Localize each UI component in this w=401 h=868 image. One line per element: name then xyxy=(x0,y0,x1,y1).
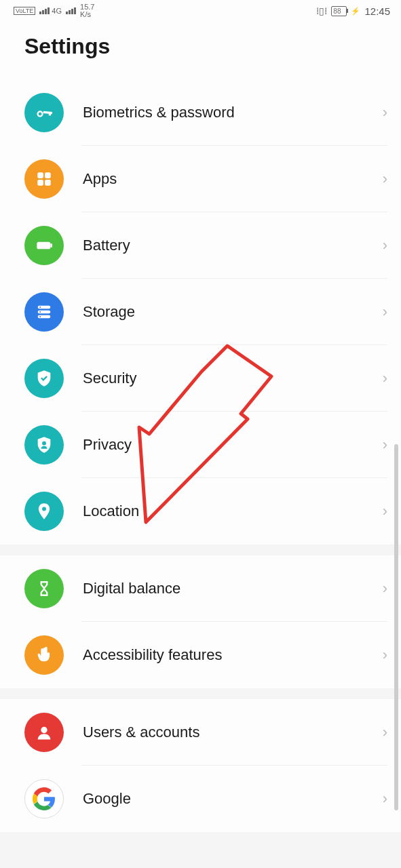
status-bar: VoLTE 4G 15.7 K/s ⁞▯⁞ 88 ⚡ 12:45 xyxy=(0,0,401,22)
item-label: Biometrics & password xyxy=(83,104,383,121)
settings-item-privacy[interactable]: Privacy › xyxy=(0,412,401,478)
svg-point-14 xyxy=(41,727,47,733)
chevron-right-icon: › xyxy=(383,303,387,321)
settings-section-2: Digital balance › Accessibility features… xyxy=(0,555,401,688)
apps-icon xyxy=(24,159,64,199)
settings-item-biometrics[interactable]: Biometrics & password › xyxy=(0,79,401,146)
key-icon xyxy=(24,93,64,132)
settings-item-location[interactable]: Location › xyxy=(0,478,401,545)
volte-icon: VoLTE xyxy=(14,7,35,15)
hourglass-icon xyxy=(24,569,64,608)
svg-rect-3 xyxy=(45,180,51,186)
settings-item-users[interactable]: Users & accounts › xyxy=(0,699,401,766)
settings-section-1: Biometrics & password › Apps › Battery ›… xyxy=(0,79,401,545)
battery-item-icon xyxy=(24,226,64,265)
battery-icon: 88 xyxy=(331,6,347,16)
item-label: Accessibility features xyxy=(83,646,383,664)
status-right: ⁞▯⁞ 88 ⚡ 12:45 xyxy=(316,5,390,17)
battery-level: 88 xyxy=(333,7,341,15)
settings-item-google[interactable]: Google › xyxy=(0,766,401,832)
chevron-right-icon: › xyxy=(383,502,387,520)
settings-item-security[interactable]: Security › xyxy=(0,345,401,412)
settings-section-3: Users & accounts › Google › xyxy=(0,699,401,832)
svg-point-13 xyxy=(42,507,46,511)
svg-point-12 xyxy=(42,441,46,446)
svg-rect-5 xyxy=(50,243,52,247)
chevron-right-icon: › xyxy=(383,790,387,808)
settings-item-battery[interactable]: Battery › xyxy=(0,212,401,279)
network-label: 4G xyxy=(52,7,62,15)
chevron-right-icon: › xyxy=(383,370,387,387)
pin-icon xyxy=(24,492,64,531)
page-title: Settings xyxy=(24,34,377,59)
item-label: Battery xyxy=(83,237,383,254)
chevron-right-icon: › xyxy=(383,580,387,597)
signal-bars-icon xyxy=(66,7,76,14)
svg-rect-0 xyxy=(37,172,43,178)
svg-rect-1 xyxy=(45,172,51,178)
signal-bars-4g-icon xyxy=(39,7,50,14)
item-label: Security xyxy=(83,370,383,387)
chevron-right-icon: › xyxy=(383,170,387,188)
svg-rect-2 xyxy=(37,180,43,186)
storage-icon xyxy=(24,292,64,332)
status-left: VoLTE 4G 15.7 K/s xyxy=(14,3,94,18)
speed-indicator: 15.7 K/s xyxy=(80,3,94,18)
svg-point-9 xyxy=(39,307,41,308)
vibrate-icon: ⁞▯⁞ xyxy=(316,5,327,16)
svg-point-11 xyxy=(39,316,41,317)
status-time: 12:45 xyxy=(364,5,390,17)
charge-icon: ⚡ xyxy=(351,7,360,16)
chevron-right-icon: › xyxy=(383,646,387,664)
settings-item-storage[interactable]: Storage › xyxy=(0,279,401,345)
settings-item-apps[interactable]: Apps › xyxy=(0,146,401,212)
shield-check-icon xyxy=(24,359,64,398)
chevron-right-icon: › xyxy=(383,724,387,741)
svg-point-10 xyxy=(39,311,41,313)
settings-item-digital-balance[interactable]: Digital balance › xyxy=(0,555,401,622)
chevron-right-icon: › xyxy=(383,104,387,121)
shield-user-icon xyxy=(24,425,64,465)
svg-rect-4 xyxy=(37,242,50,250)
item-label: Privacy xyxy=(83,436,383,454)
item-label: Storage xyxy=(83,303,383,321)
chevron-right-icon: › xyxy=(383,436,387,454)
item-label: Location xyxy=(83,502,383,520)
scrollbar[interactable] xyxy=(394,444,398,810)
speed-unit: K/s xyxy=(80,11,94,18)
settings-item-accessibility[interactable]: Accessibility features › xyxy=(0,622,401,688)
item-label: Apps xyxy=(83,170,383,188)
hand-icon xyxy=(24,635,64,675)
page-header: Settings xyxy=(0,22,401,79)
chevron-right-icon: › xyxy=(383,237,387,254)
item-label: Users & accounts xyxy=(83,724,383,741)
item-label: Digital balance xyxy=(83,580,383,597)
item-label: Google xyxy=(83,790,383,808)
google-icon xyxy=(24,779,64,818)
user-icon xyxy=(24,713,64,752)
